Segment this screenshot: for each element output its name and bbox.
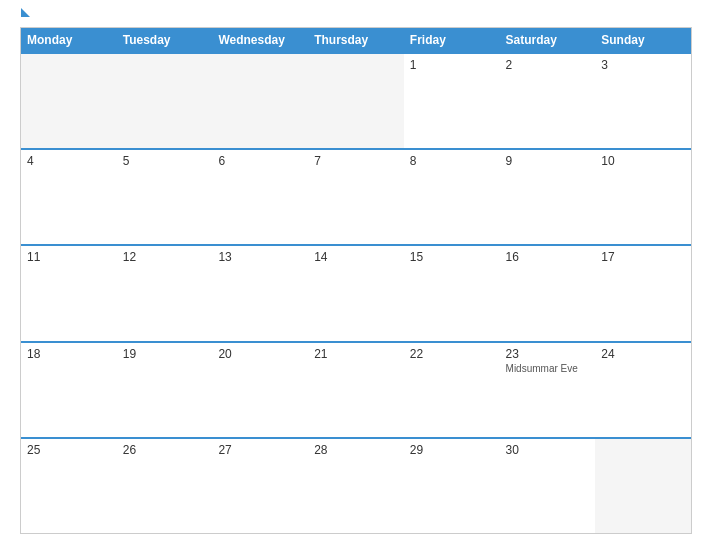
day-number: 19 [123,347,207,361]
calendar-cell: 10 [595,150,691,244]
day-number: 10 [601,154,685,168]
calendar-cell [308,54,404,148]
calendar-week: 45678910 [21,148,691,244]
calendar: MondayTuesdayWednesdayThursdayFridaySatu… [20,27,692,534]
calendar-body: 1234567891011121314151617181920212223Mid… [21,52,691,533]
calendar-cell: 9 [500,150,596,244]
calendar-cell: 20 [212,343,308,437]
calendar-cell: 21 [308,343,404,437]
day-number: 22 [410,347,494,361]
logo [20,16,30,17]
calendar-cell: 30 [500,439,596,533]
calendar-cell: 29 [404,439,500,533]
calendar-cell: 13 [212,246,308,340]
calendar-cell: 1 [404,54,500,148]
calendar-cell: 4 [21,150,117,244]
logo-triangle-icon [21,8,30,17]
calendar-week: 11121314151617 [21,244,691,340]
calendar-cell: 18 [21,343,117,437]
calendar-header-cell: Wednesday [212,28,308,52]
calendar-cell: 27 [212,439,308,533]
calendar-cell: 7 [308,150,404,244]
day-number: 8 [410,154,494,168]
day-number: 28 [314,443,398,457]
calendar-cell: 8 [404,150,500,244]
day-number: 12 [123,250,207,264]
day-number: 24 [601,347,685,361]
calendar-week: 181920212223Midsummar Eve24 [21,341,691,437]
day-number: 2 [506,58,590,72]
calendar-event: Midsummar Eve [506,363,590,374]
day-number: 30 [506,443,590,457]
day-number: 17 [601,250,685,264]
day-number: 7 [314,154,398,168]
day-number: 23 [506,347,590,361]
day-number: 5 [123,154,207,168]
day-number: 1 [410,58,494,72]
calendar-cell: 25 [21,439,117,533]
day-number: 26 [123,443,207,457]
calendar-cell: 26 [117,439,213,533]
day-number: 27 [218,443,302,457]
day-number: 3 [601,58,685,72]
calendar-cell: 19 [117,343,213,437]
calendar-cell: 5 [117,150,213,244]
calendar-cell: 6 [212,150,308,244]
day-number: 20 [218,347,302,361]
day-number: 13 [218,250,302,264]
calendar-cell: 17 [595,246,691,340]
header [20,16,692,17]
calendar-cell: 3 [595,54,691,148]
calendar-cell [212,54,308,148]
calendar-cell [21,54,117,148]
calendar-cell: 15 [404,246,500,340]
day-number: 18 [27,347,111,361]
day-number: 16 [506,250,590,264]
day-number: 21 [314,347,398,361]
day-number: 11 [27,250,111,264]
calendar-cell: 23Midsummar Eve [500,343,596,437]
day-number: 4 [27,154,111,168]
calendar-cell: 16 [500,246,596,340]
calendar-cell: 12 [117,246,213,340]
calendar-cell [117,54,213,148]
day-number: 15 [410,250,494,264]
calendar-header-cell: Monday [21,28,117,52]
calendar-header-cell: Thursday [308,28,404,52]
calendar-header-cell: Saturday [500,28,596,52]
calendar-header-row: MondayTuesdayWednesdayThursdayFridaySatu… [21,28,691,52]
calendar-header-cell: Friday [404,28,500,52]
calendar-cell: 24 [595,343,691,437]
day-number: 9 [506,154,590,168]
day-number: 25 [27,443,111,457]
calendar-header-cell: Tuesday [117,28,213,52]
day-number: 14 [314,250,398,264]
calendar-week: 123 [21,52,691,148]
calendar-cell: 14 [308,246,404,340]
day-number: 29 [410,443,494,457]
calendar-cell: 2 [500,54,596,148]
calendar-cell: 22 [404,343,500,437]
calendar-header-cell: Sunday [595,28,691,52]
calendar-week: 252627282930 [21,437,691,533]
calendar-cell: 28 [308,439,404,533]
page: MondayTuesdayWednesdayThursdayFridaySatu… [0,0,712,550]
calendar-cell: 11 [21,246,117,340]
day-number: 6 [218,154,302,168]
calendar-cell [595,439,691,533]
